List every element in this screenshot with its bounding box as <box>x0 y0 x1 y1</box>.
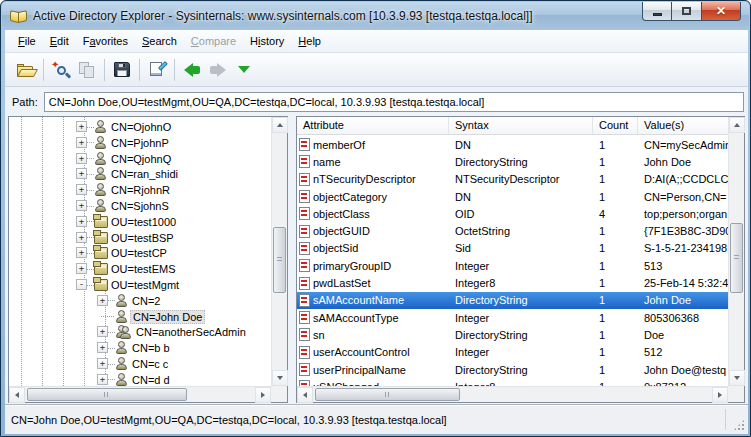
expand-plus-icon[interactable]: + <box>76 200 87 211</box>
dropdown-arrow-icon <box>238 66 250 73</box>
scroll-up-icon[interactable] <box>729 117 745 133</box>
expand-plus-icon[interactable]: + <box>76 168 87 179</box>
table-row[interactable]: memberOfDN1CN=mySecAdmin <box>297 136 728 153</box>
properties-button[interactable] <box>144 57 170 83</box>
open-button[interactable] <box>13 57 39 83</box>
tree-item[interactable]: +OU=testEMS <box>9 261 271 277</box>
history-dropdown-button[interactable] <box>231 57 257 83</box>
collapse-minus-icon[interactable]: - <box>76 279 87 290</box>
tree-vertical-scrollbar[interactable] <box>271 117 287 386</box>
table-row-selected[interactable]: sAMAccountNameDirectoryString1John Doe <box>297 292 728 309</box>
tree-horizontal-scrollbar[interactable] <box>9 386 271 402</box>
expand-plus-icon[interactable]: + <box>97 326 108 337</box>
tree-item[interactable]: +OU=testBSP <box>9 230 271 246</box>
tree-item[interactable]: +OU=testCP <box>9 245 271 261</box>
list-vscroll-thumb[interactable] <box>730 223 743 293</box>
expand-plus-icon[interactable]: + <box>76 121 87 132</box>
list-header: Attribute Syntax Count Value(s) <box>297 117 728 135</box>
tree-item[interactable]: +CN=PjohnP <box>9 135 271 151</box>
scroll-down-icon[interactable] <box>729 370 745 386</box>
column-header-syntax[interactable]: Syntax <box>449 117 593 134</box>
tree-item-selected[interactable]: CN=John Doe <box>9 309 271 325</box>
table-row[interactable]: objectCategoryDN1CN=Person,CN= <box>297 188 728 205</box>
menu-history[interactable]: History <box>243 32 291 50</box>
scroll-down-icon[interactable] <box>272 370 288 386</box>
table-row[interactable]: userAccountControlInteger1512 <box>297 344 728 361</box>
expand-plus-icon[interactable]: + <box>76 216 87 227</box>
expand-plus-icon[interactable]: + <box>76 247 87 258</box>
scroll-right-icon[interactable] <box>255 387 271 403</box>
expand-plus-icon[interactable]: + <box>97 342 108 353</box>
tree-vscroll-thumb[interactable] <box>273 227 286 293</box>
expand-plus-icon[interactable]: + <box>76 184 87 195</box>
save-button[interactable] <box>109 57 135 83</box>
table-row[interactable]: userPrincipalNameDirectoryString1John Do… <box>297 361 728 378</box>
attribute-icon <box>299 346 310 359</box>
scroll-right-icon[interactable] <box>712 387 728 403</box>
tree-item[interactable]: +CN=RjohnR <box>9 182 271 198</box>
path-input[interactable]: CN=John Doe,OU=testMgmt,OU=QA,DC=testqa,… <box>44 92 744 112</box>
tree-item[interactable]: +CN=SjohnS <box>9 198 271 214</box>
table-row[interactable]: objectSidSid1S-1-5-21-234198 <box>297 240 728 257</box>
expand-plus-icon[interactable]: + <box>97 358 108 369</box>
list-hscroll-thumb[interactable] <box>315 388 460 401</box>
titlebar[interactable]: Active Directory Explorer - Sysinternals… <box>2 2 749 30</box>
search-icon: ✦ <box>51 61 71 79</box>
scroll-left-icon[interactable] <box>297 387 313 403</box>
attribute-list: memberOfDN1CN=mySecAdmin nameDirectorySt… <box>297 136 728 386</box>
list-horizontal-scrollbar[interactable] <box>297 386 728 402</box>
menu-favorites[interactable]: Favorites <box>76 32 135 50</box>
tree-item[interactable]: +OU=test1000 <box>9 214 271 230</box>
open-folder-icon <box>17 63 36 77</box>
compare-button <box>74 57 100 83</box>
resize-grip-icon[interactable] <box>733 419 745 431</box>
tree-hscroll-thumb[interactable] <box>27 388 187 401</box>
attribute-panel: Attribute Syntax Count Value(s) memberOf… <box>296 116 745 403</box>
ou-icon <box>94 263 108 275</box>
expand-plus-icon[interactable]: + <box>76 137 87 148</box>
expand-plus-icon[interactable]: + <box>76 232 87 243</box>
minimize-button[interactable] <box>642 2 672 21</box>
table-row[interactable]: sAMAccountTypeInteger1805306368 <box>297 309 728 326</box>
table-row[interactable]: primaryGroupIDInteger1513 <box>297 257 728 274</box>
tree-item[interactable]: +CN=ran_shidi <box>9 166 271 182</box>
close-icon: ✕ <box>716 4 726 18</box>
expand-plus-icon[interactable]: + <box>76 153 87 164</box>
person-icon <box>115 341 128 355</box>
tree-item[interactable]: +CN=c c <box>9 356 271 372</box>
table-row[interactable]: nTSecurityDescriptorNTSecurityDescriptor… <box>297 171 728 188</box>
list-vertical-scrollbar[interactable] <box>728 117 744 386</box>
expand-plus-icon[interactable]: + <box>76 263 87 274</box>
scroll-left-icon[interactable] <box>9 387 25 403</box>
menu-help[interactable]: Help <box>291 32 328 50</box>
tree-item[interactable]: +CN=anotherSecAdmin <box>9 324 271 340</box>
scroll-up-icon[interactable] <box>272 117 288 133</box>
tree-item[interactable]: +CN=d d <box>9 372 271 386</box>
table-row[interactable]: nameDirectoryString1John Doe <box>297 153 728 170</box>
tree-item[interactable]: +CN=b b <box>9 340 271 356</box>
table-row[interactable]: snDirectoryString1Doe <box>297 326 728 343</box>
back-button[interactable] <box>179 57 205 83</box>
menu-edit[interactable]: Edit <box>43 32 76 50</box>
table-row[interactable]: uSNChangedInteger810x87212 <box>297 378 728 386</box>
app-window: Active Directory Explorer - Sysinternals… <box>0 0 751 437</box>
table-row[interactable]: objectClassOID4top;person;organ <box>297 205 728 222</box>
menu-file[interactable]: File <box>11 32 43 50</box>
table-row[interactable]: objectGUIDOctetString1{7F1E3B8C-3D90 <box>297 222 728 239</box>
attribute-icon <box>299 190 310 203</box>
menu-search[interactable]: Search <box>135 32 184 50</box>
close-button[interactable]: ✕ <box>701 2 741 21</box>
column-header-attribute[interactable]: Attribute <box>297 117 449 134</box>
tree-item[interactable]: +CN=2 <box>9 293 271 309</box>
column-header-count[interactable]: Count <box>593 117 638 134</box>
search-button[interactable]: ✦ <box>48 57 74 83</box>
menu-compare: Compare <box>184 32 243 50</box>
maximize-button[interactable] <box>672 2 701 21</box>
tree-item[interactable]: +CN=QjohnQ <box>9 151 271 167</box>
tree-item[interactable]: -OU=testMgmt <box>9 277 271 293</box>
expand-plus-icon[interactable]: + <box>97 374 108 385</box>
tree-item[interactable]: +CN=OjohnO <box>9 119 271 135</box>
table-row[interactable]: pwdLastSetInteger8125-Feb-14 5:32:4 <box>297 274 728 291</box>
expand-plus-icon[interactable]: + <box>97 295 108 306</box>
column-header-values[interactable]: Value(s) <box>638 117 728 134</box>
